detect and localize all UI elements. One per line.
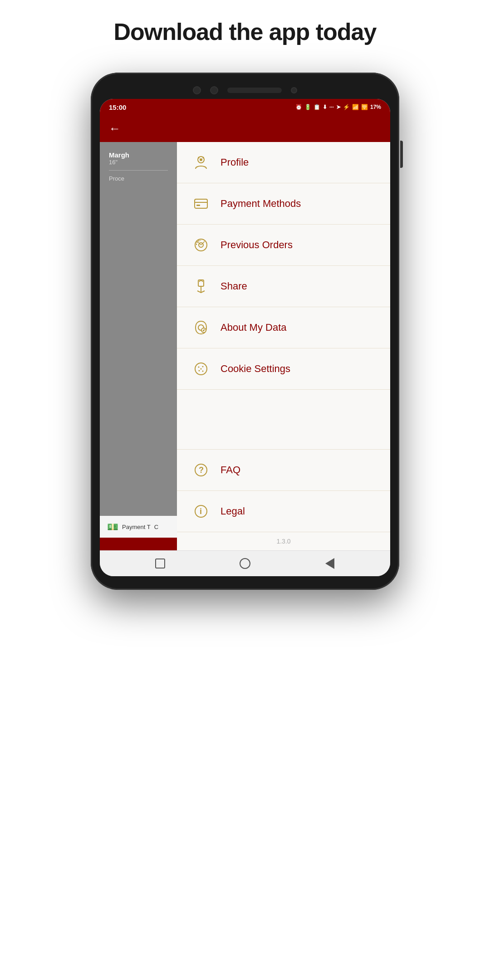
menu-item-profile[interactable]: Profile xyxy=(177,142,390,183)
version-text: 1.3.0 xyxy=(177,532,390,550)
legal-icon: i xyxy=(191,501,211,522)
front-camera-right xyxy=(210,86,218,94)
share-label: Share xyxy=(220,280,247,292)
phone-device: 15:00 ⏰ 🔋 📋 ⬇ ··· ➤ ⚡ 📶 🛜 17% ← xyxy=(91,73,399,590)
order-name: Margh xyxy=(109,151,168,159)
svg-point-11 xyxy=(203,330,205,331)
signal-icon: 📶 xyxy=(352,104,359,110)
svg-rect-4 xyxy=(196,205,200,206)
menu-item-payment-methods[interactable]: Payment Methods xyxy=(177,183,390,225)
phone-screen: 15:00 ⏰ 🔋 📋 ⬇ ··· ➤ ⚡ 📶 🛜 17% ← xyxy=(100,99,390,576)
volume-button xyxy=(400,141,403,168)
menu-item-faq[interactable]: ? FAQ xyxy=(177,450,390,491)
cookie-settings-icon xyxy=(191,358,211,379)
back-button[interactable]: ← xyxy=(109,122,121,136)
phone-speaker xyxy=(227,88,282,93)
page-title: Download the app today xyxy=(114,18,377,45)
download-icon: ⬇ xyxy=(323,104,327,110)
home-icon xyxy=(240,558,250,569)
svg-point-16 xyxy=(202,371,204,372)
back-triangle-icon xyxy=(325,558,334,569)
nav-back-button[interactable] xyxy=(323,557,336,570)
phone-top-bar xyxy=(100,86,390,94)
legal-label: Legal xyxy=(220,505,245,517)
menu-item-share[interactable]: Share xyxy=(177,266,390,307)
previous-orders-label: Previous Orders xyxy=(220,239,293,251)
cookie-settings-label: Cookie Settings xyxy=(220,363,290,375)
profile-icon xyxy=(191,152,211,173)
previous-orders-icon xyxy=(191,235,211,255)
svg-text:i: i xyxy=(200,507,202,516)
menu-item-about-my-data[interactable]: About My Data xyxy=(177,307,390,348)
bluetooth-icon: ⚡ xyxy=(343,104,350,110)
svg-point-15 xyxy=(199,370,200,372)
phone-nav-bar xyxy=(100,550,390,576)
app-header: ← xyxy=(100,115,390,142)
svg-point-14 xyxy=(202,366,204,368)
faq-label: FAQ xyxy=(220,464,240,476)
payment-label: Payment T xyxy=(122,524,151,530)
payment-methods-label: Payment Methods xyxy=(220,198,301,210)
square-icon xyxy=(155,559,165,568)
more-icon: ··· xyxy=(329,104,334,110)
checkout-button[interactable] xyxy=(100,538,177,550)
cash-icon: 💵 xyxy=(107,521,118,532)
payment-bottom: 💵 Payment T C xyxy=(100,516,177,550)
about-my-data-icon xyxy=(191,317,211,338)
menu-item-cookie-settings[interactable]: Cookie Settings xyxy=(177,348,390,390)
battery-level: 17% xyxy=(370,104,381,110)
divider xyxy=(109,170,168,171)
menu-item-legal[interactable]: i Legal xyxy=(177,491,390,532)
svg-point-1 xyxy=(200,158,202,161)
nav-home-button[interactable] xyxy=(239,557,251,570)
status-icons: ⏰ 🔋 📋 ⬇ ··· ➤ ⚡ 📶 🛜 17% xyxy=(295,104,381,110)
menu-item-previous-orders[interactable]: Previous Orders xyxy=(177,225,390,266)
svg-rect-2 xyxy=(195,199,207,208)
phone-sensor xyxy=(291,87,297,93)
share-icon xyxy=(191,276,211,297)
about-my-data-label: About My Data xyxy=(220,322,287,333)
front-camera-left xyxy=(193,86,201,94)
payment-methods-icon xyxy=(191,193,211,214)
menu-bottom: ? FAQ i Legal xyxy=(177,449,390,550)
nav-square-button[interactable] xyxy=(154,557,167,570)
left-panel: Margh 16" Proce 💵 Payment T C xyxy=(100,142,177,550)
faq-icon: ? xyxy=(191,460,211,480)
alarm-icon: ⏰ xyxy=(295,104,302,110)
status-bar: 15:00 ⏰ 🔋 📋 ⬇ ··· ➤ ⚡ 📶 🛜 17% xyxy=(100,99,390,115)
order-item: Margh 16" Proce xyxy=(109,151,168,182)
wifi-icon: 🛜 xyxy=(361,104,368,110)
payment-row: 💵 Payment T C xyxy=(100,516,177,538)
status-time: 15:00 xyxy=(109,103,126,111)
battery-save-icon: 🔋 xyxy=(304,104,311,110)
profile-label: Profile xyxy=(220,157,249,168)
menu-spacer xyxy=(177,390,390,449)
sim-icon: 📋 xyxy=(314,104,320,110)
order-size: 16" xyxy=(109,159,168,166)
payment-method: C xyxy=(154,524,158,530)
svg-point-13 xyxy=(198,367,200,368)
drawer-menu: Profile Payment Methods xyxy=(177,142,390,550)
svg-point-17 xyxy=(201,368,202,370)
svg-rect-7 xyxy=(198,280,204,286)
screen-content: Margh 16" Proce 💵 Payment T C xyxy=(100,142,390,550)
svg-text:?: ? xyxy=(199,466,204,475)
order-status: Proce xyxy=(109,175,168,182)
location-icon: ➤ xyxy=(336,104,341,110)
